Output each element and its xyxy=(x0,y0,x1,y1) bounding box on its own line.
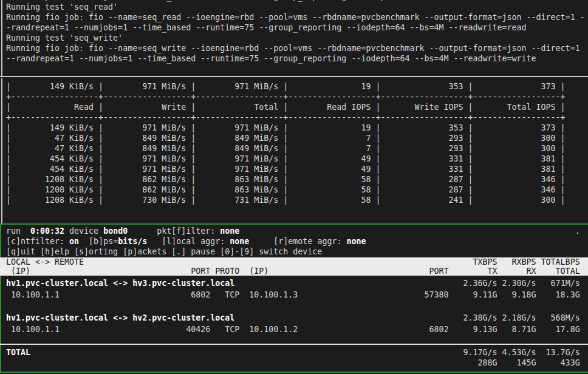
jnettop-status-lines: run 0:00:32 device bond0 pkt[f]ilter: no… xyxy=(1,225,588,257)
log-line: -randrepeat=1 --numjobs=1 --time_based -… xyxy=(6,22,588,33)
connection-hosts-line: hv1.pvc-cluster.local <-> hv3.pvc-cluste… xyxy=(6,277,588,289)
table-row: | 1208 KiB/s | 862 MiB/s | 863 MiB/s | 5… xyxy=(6,174,588,185)
table-row: | 1208 KiB/s | 862 MiB/s | 863 MiB/s | 5… xyxy=(6,185,588,195)
log-line: Running test 'seq_write' xyxy=(6,33,588,43)
benchmark-table: | 149 KiB/s | 971 MiB/s | 971 MiB/s | 19… xyxy=(0,78,588,205)
jnettop-header-band: LOCAL <-> REMOTE TXBPS RXBPS TOTALBPS (I… xyxy=(0,257,588,276)
blank-line xyxy=(6,301,588,312)
table-left-border xyxy=(1,78,2,223)
connection-detail-line: 10.100.1.1 40426 TCP 10.100.1.2 6802 9.1… xyxy=(6,324,588,335)
benchmark-table-section: | 149 KiB/s | 971 MiB/s | 971 MiB/s | 19… xyxy=(0,78,588,223)
fio-left-border xyxy=(1,0,2,76)
table-row: | 454 KiB/s | 971 MiB/s | 971 MiB/s | 49… xyxy=(6,154,588,164)
connection-detail-line: 10.100.1.1 6802 TCP 10.100.1.3 57380 9.1… xyxy=(6,289,588,301)
jnettop-totals: TOTAL 9.17G/s 4.53G/s 13.7G/s xyxy=(1,345,588,368)
table-row: | 47 KiB/s | 849 MiB/s | 849 MiB/s | 7 |… xyxy=(6,143,588,154)
table-separator: +------------------+------------------+-… xyxy=(6,112,588,123)
log-line: Running fio job: fio --name=seq_read --i… xyxy=(6,12,588,22)
jnettop-status-line: [q]uit [h]elp [s]orting [p]ackets [.] pa… xyxy=(6,246,588,257)
jnettop-panel: run 0:00:32 device bond0 pkt[f]ilter: no… xyxy=(0,223,588,373)
table-row: | 454 KiB/s | 971 MiB/s | 971 MiB/s | 49… xyxy=(6,164,588,174)
log-line: Running test 'seq_read' xyxy=(6,2,588,12)
totals-rate-line: TOTAL 9.17G/s 4.53G/s 13.7G/s xyxy=(6,347,588,358)
table-separator: +------------------+------------------+-… xyxy=(6,92,588,102)
fio-log-lines: Running test 'seq_read'Running fio job: … xyxy=(6,2,588,64)
table-row: | 1208 KiB/s | 730 MiB/s | 731 MiB/s | 5… xyxy=(6,195,588,205)
band-line-hosts-header: LOCAL <-> REMOTE TXBPS RXBPS TOTALBPS xyxy=(6,257,588,267)
jnettop-connections: hv1.pvc-cluster.local <-> hv3.pvc-cluste… xyxy=(1,277,588,335)
table-row: | 149 KiB/s | 971 MiB/s | 971 MiB/s | 19… xyxy=(6,123,588,133)
log-line: Running fio job: fio --name=seq_write --… xyxy=(6,43,588,53)
fio-log-section: --randrepeat=1 --numjobs=1 --time_based … xyxy=(0,0,588,77)
jnettop-status-line: [c]ntfilter: on [b]ps=bits/s [l]ocal agg… xyxy=(6,236,588,246)
table-header-row: | Read | Write | Total | Read IOPS | Wri… xyxy=(6,102,588,112)
totals-cumulative-line: 288G 145G 433G xyxy=(6,358,588,368)
log-line: --randrepeat=1 --numjobs=1 --time_based … xyxy=(6,53,588,64)
band-line-columns-header: (IP) PORT PROTO (IP) PORT TX RX TOTAL xyxy=(6,267,588,276)
table-live-row: | 149 KiB/s | 971 MiB/s | 971 MiB/s | 19… xyxy=(6,81,588,92)
table-row: | 47 KiB/s | 849 MiB/s | 849 MiB/s | 7 |… xyxy=(6,133,588,143)
jnettop-status-line: run 0:00:32 device bond0 pkt[f]ilter: no… xyxy=(6,226,588,236)
connection-hosts-line: hv1.pvc-cluster.local <-> hv2.pvc-cluste… xyxy=(6,312,588,324)
terminal-screen[interactable]: --randrepeat=1 --numjobs=1 --time_based … xyxy=(0,0,588,374)
